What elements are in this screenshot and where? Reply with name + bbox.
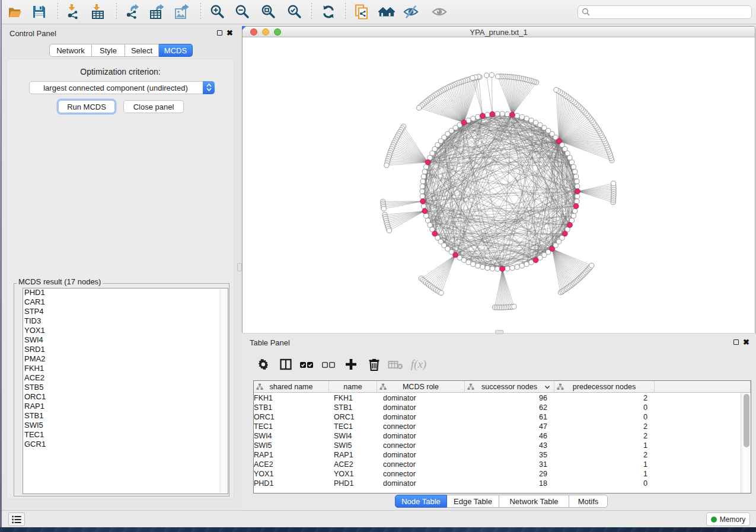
cell-successor_nodes[interactable]: 29 (465, 469, 554, 479)
search-box[interactable] (578, 5, 752, 19)
refresh-icon[interactable] (320, 4, 337, 20)
cell-predecessor_nodes[interactable]: 1 (554, 469, 655, 479)
cell-successor_nodes[interactable]: 31 (465, 460, 554, 469)
optimization-criterion-select[interactable]: largest connected component (undirected) (29, 81, 215, 94)
cell-name[interactable]: ORC1 (329, 412, 377, 422)
float-table-panel-button[interactable] (732, 338, 740, 346)
cell-name[interactable]: RAP1 (329, 450, 377, 460)
zoom-selected-icon[interactable] (286, 4, 303, 20)
network-window-titlebar[interactable]: YPA_prune.txt_1 (243, 27, 755, 37)
cell-successor_nodes[interactable]: 35 (465, 450, 554, 460)
delete-table-icon[interactable] (388, 357, 403, 372)
float-panel-button[interactable] (216, 29, 224, 37)
cell-predecessor_nodes[interactable]: 2 (554, 431, 655, 441)
close-table-panel-button[interactable]: ✖ (742, 338, 750, 346)
tab-node-table[interactable]: Node Table (395, 495, 447, 508)
table-row[interactable]: ACE2ACE2connector311 (254, 460, 741, 469)
column-header-name[interactable]: name (329, 381, 377, 393)
zoom-in-icon[interactable] (209, 4, 226, 20)
mcds-result-item[interactable]: SRD1 (24, 345, 228, 354)
column-header-successor-nodes[interactable]: successor nodes (465, 381, 554, 393)
cell-mcds_role[interactable]: dominator (377, 393, 465, 403)
cell-name[interactable]: TEC1 (329, 422, 377, 431)
cell-name[interactable]: PHD1 (329, 479, 377, 488)
tab-edge-table[interactable]: Edge Table (447, 495, 499, 508)
mcds-result-item[interactable]: YOX1 (24, 326, 228, 335)
save-session-icon[interactable] (31, 4, 47, 20)
cell-shared_name[interactable]: TEC1 (254, 422, 329, 431)
import-table-icon[interactable] (90, 4, 106, 20)
task-history-button[interactable] (8, 512, 25, 526)
scrollbar-thumb[interactable] (744, 394, 749, 447)
table-row[interactable]: SWI5SWI5connector431 (254, 441, 741, 450)
network-canvas[interactable] (243, 38, 755, 333)
cell-shared_name[interactable]: FKH1 (254, 393, 329, 403)
zoom-out-icon[interactable] (234, 4, 251, 20)
mcds-result-item[interactable]: ORC1 (24, 392, 228, 402)
table-settings-icon[interactable] (256, 357, 271, 372)
cell-shared_name[interactable]: SWI5 (254, 441, 329, 450)
cell-shared_name[interactable]: STB1 (254, 403, 329, 412)
table-row[interactable]: SWI4SWI4dominator462 (254, 431, 741, 441)
cell-successor_nodes[interactable]: 47 (465, 422, 554, 431)
cell-predecessor_nodes[interactable]: 2 (554, 422, 655, 431)
cell-mcds_role[interactable]: dominator (377, 431, 465, 441)
export-image-icon[interactable] (173, 4, 190, 20)
mcds-result-list[interactable]: PHD1CAR1STP4TID3YOX1SWI4SRD1PMA2FKH1ACE2… (23, 288, 228, 494)
cell-name[interactable]: FKH1 (329, 393, 377, 403)
column-header-predecessor-nodes[interactable]: predecessor nodes (554, 381, 655, 393)
deselect-all-icon[interactable] (321, 357, 336, 372)
mcds-result-item[interactable]: PHD1 (24, 288, 228, 297)
cell-predecessor_nodes[interactable]: 2 (554, 450, 655, 460)
tab-style[interactable]: Style (92, 44, 125, 57)
tab-network-table[interactable]: Network Table (499, 495, 569, 508)
mcds-result-item[interactable]: GCR1 (24, 440, 228, 449)
table-row[interactable]: YOX1YOX1connector291 (254, 469, 741, 479)
table-row[interactable]: TEC1TEC1connector472 (254, 422, 741, 431)
cell-mcds_role[interactable]: connector (377, 441, 465, 450)
cell-predecessor_nodes[interactable]: 0 (554, 479, 655, 488)
mcds-result-item[interactable]: SWI4 (24, 335, 228, 345)
mcds-result-item[interactable]: PMA2 (24, 354, 228, 364)
mcds-result-item[interactable]: SWI5 (24, 421, 228, 430)
cell-successor_nodes[interactable]: 43 (465, 441, 554, 450)
cell-successor_nodes[interactable]: 96 (465, 393, 554, 403)
table-row[interactable]: PHD1PHD1dominator180 (254, 479, 741, 488)
tab-network[interactable]: Network (49, 44, 92, 57)
cell-name[interactable]: YOX1 (329, 469, 377, 479)
cell-predecessor_nodes[interactable]: 0 (554, 403, 655, 412)
cell-predecessor_nodes[interactable]: 1 (554, 460, 655, 469)
horizontal-divider-grip[interactable] (495, 330, 503, 334)
column-header-MCDS-role[interactable]: MCDS role (377, 381, 465, 393)
import-network-icon[interactable] (65, 4, 81, 20)
cell-shared_name[interactable]: YOX1 (254, 469, 329, 479)
mcds-result-item[interactable]: STB5 (24, 383, 228, 392)
export-table-icon[interactable] (148, 4, 165, 20)
mcds-result-scrollbar[interactable] (219, 289, 227, 493)
zoom-fit-icon[interactable] (260, 4, 277, 20)
function-builder-icon[interactable]: f(x) (409, 357, 429, 372)
select-all-icon[interactable] (299, 357, 314, 372)
cell-mcds_role[interactable]: connector (377, 469, 465, 479)
add-column-icon[interactable] (343, 357, 359, 372)
mcds-result-item[interactable]: CAR1 (24, 297, 228, 307)
mcds-result-item[interactable]: ACE2 (24, 373, 228, 383)
mcds-result-item[interactable]: FKH1 (24, 364, 228, 373)
cell-name[interactable]: SWI5 (329, 441, 377, 450)
cell-name[interactable]: ACE2 (329, 460, 377, 469)
column-header-shared-name[interactable]: shared name (254, 381, 329, 393)
mcds-result-item[interactable]: STB1 (24, 411, 228, 421)
run-mcds-button[interactable]: Run MCDS (58, 100, 115, 113)
mcds-result-item[interactable]: STP4 (24, 307, 228, 316)
cell-mcds_role[interactable]: dominator (377, 450, 465, 460)
show-all-icon[interactable] (431, 4, 448, 20)
cell-successor_nodes[interactable]: 18 (465, 479, 554, 488)
cell-predecessor_nodes[interactable]: 1 (554, 441, 655, 450)
cell-shared_name[interactable]: SWI4 (254, 431, 329, 441)
cell-mcds_role[interactable]: dominator (377, 412, 465, 422)
cell-successor_nodes[interactable]: 46 (465, 431, 554, 441)
table-row[interactable]: STB1STB1dominator620 (254, 403, 741, 412)
tab-mcds[interactable]: MCDS (159, 44, 193, 57)
table-row[interactable]: RAP1RAP1dominator352 (254, 450, 741, 460)
delete-column-icon[interactable] (366, 357, 382, 372)
